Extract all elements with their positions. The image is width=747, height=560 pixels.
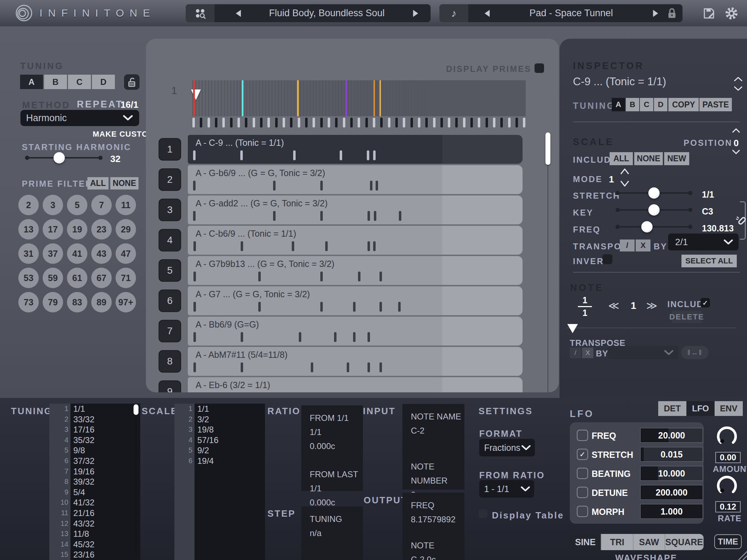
scale-row[interactable]: A - G7 ... (G = G, Tonic = 3/2) [188,286,523,315]
mode-stepper[interactable] [619,166,631,190]
scale-row-number[interactable]: 8 [159,350,181,373]
prime-filter-7[interactable]: 7 [91,195,112,215]
tuning-scrollbar-thumb[interactable] [134,404,138,415]
stretch-slider[interactable] [617,187,691,199]
position-up-button[interactable] [731,127,741,135]
tuning-tab-c[interactable]: C [68,75,91,89]
invert-checkbox[interactable] [603,254,612,264]
scale-row-number[interactable]: 2 [159,168,181,191]
transpose-by-dropdown[interactable]: 2/1 [668,234,739,250]
tuning-table-row[interactable]: 8 39/32 [49,477,140,487]
from-ratio-dropdown[interactable]: 1 - 1/1 [479,480,534,498]
sound-preset-button[interactable]: ♪ [439,4,468,22]
preset-browse-button[interactable] [186,4,215,22]
save-preset-button[interactable] [701,6,717,21]
prime-filter-53[interactable]: 53 [18,268,39,288]
prime-filter-89[interactable]: 89 [91,292,112,312]
unlink-button[interactable] [734,213,747,228]
repeat-value[interactable]: 16/1 [121,99,138,110]
lfo-tab-det[interactable]: DET [658,401,686,416]
primes-none-button[interactable]: NONE [110,177,138,189]
lfo-rate-value[interactable]: 0.12 [715,501,741,512]
note-prev-button[interactable]: ≪ [608,299,619,312]
prime-filter-31[interactable]: 31 [18,243,39,264]
lfo-stretch-field[interactable]: 0.015 [640,447,703,462]
scale-row[interactable]: A - G7b9b13 ... (G = G, Tonic = 3/2) [188,256,523,285]
scale-row[interactable]: A - C-b6/9 ... (Tonic = 1/1) [188,226,523,255]
scale-table-row[interactable]: 2 3/2 [174,414,265,425]
lfo-detune-checkbox[interactable] [577,487,588,498]
scale-row-number[interactable]: 4 [159,229,181,251]
note-reset-width-button[interactable]: ‖↔‖ [681,346,709,359]
tuning-table-row[interactable]: 12 43/32 [49,518,140,529]
lfo-stretch-checkbox[interactable]: ✓ [577,449,588,460]
prime-filter-37[interactable]: 37 [43,243,63,264]
preset-b-next-button[interactable] [649,7,661,19]
preset-a-prev-button[interactable] [232,7,244,19]
tuning-table-row[interactable]: 13 11/8 [49,529,140,539]
waveshape-tri-button[interactable]: TRI [601,534,633,550]
scale-scrollbar-track[interactable] [548,132,548,392]
preset-lock-button[interactable] [661,8,683,19]
tuning-tab-a[interactable]: A [20,75,43,89]
tuning-scrollbar-track[interactable] [136,415,136,556]
note-next-button[interactable]: ≫ [646,299,657,312]
prime-filter-19[interactable]: 19 [67,219,87,239]
settings-button[interactable] [723,5,740,22]
slider-knob[interactable] [54,152,65,163]
position-value[interactable]: 0 [734,138,739,149]
scale-row-number[interactable]: 7 [159,320,181,342]
tuning-table-row[interactable]: 2 33/32 [49,414,140,425]
harmonic-strip[interactable] [192,80,526,116]
inspector-tuning-tab-a[interactable]: A [612,98,625,111]
prime-filter-47[interactable]: 47 [116,243,136,264]
scale-row[interactable]: A - G-add2 ... (G = G, Tonic = 3/2) [188,195,523,224]
lfo-beating-field[interactable]: 10.000 [640,466,703,481]
preset-a-next-button[interactable] [409,7,421,19]
scale-scrollbar-thumb[interactable] [545,132,550,165]
note-fraction[interactable]: 1 1 [578,295,592,318]
scale-table-row[interactable]: 5 9/2 [174,445,265,456]
tuning-table-row[interactable]: 14 45/32 [49,539,140,550]
preset-b-name[interactable]: Pad - Space Tunnel [493,8,649,19]
scale-table-row[interactable]: 1 1/1 [174,404,265,414]
format-dropdown[interactable]: Fractions [479,439,535,456]
prime-filter-79[interactable]: 79 [43,292,63,312]
include-none-button[interactable]: NONE [634,152,663,165]
inspector-tuning-tab-b[interactable]: B [626,98,639,111]
position-down-button[interactable] [731,149,741,156]
waveshape-saw-button[interactable]: SAW [634,534,665,550]
strip-cursor-triangle[interactable] [191,89,201,100]
display-table-checkbox[interactable] [479,509,487,518]
tuning-table-row[interactable]: 11 21/16 [49,508,140,518]
scale-row-number[interactable]: 5 [159,259,181,282]
note-transpose-divide-button[interactable]: / [570,348,581,358]
prime-filter-2[interactable]: 2 [18,195,39,215]
lfo-beating-checkbox[interactable] [577,468,588,479]
lfo-freq-field[interactable]: 20.000 [640,428,703,443]
lfo-time-button[interactable]: TIME [714,534,742,549]
scale-table[interactable]: 1 1/1 2 3/2 3 19/8 4 57/16 5 9/2 6 19/4 [174,404,265,560]
scale-table-row[interactable]: 4 57/16 [174,435,265,446]
tuning-table-row[interactable]: 1 1/1 [49,404,140,414]
prime-filter-29[interactable]: 29 [116,219,136,239]
prime-filter-11[interactable]: 11 [116,195,136,215]
prime-filter-71[interactable]: 71 [116,268,136,288]
lfo-morph-field[interactable]: 1.000 [640,504,703,519]
prime-filter-3[interactable]: 3 [43,195,63,215]
repeat-button[interactable]: REPEAT [77,99,123,110]
lfo-amount-knob[interactable] [715,425,739,449]
mode-value[interactable]: 1 [609,174,614,185]
preset-a-name[interactable]: Fluid Body, Boundless Soul [244,8,409,19]
scale-row-number[interactable]: 3 [159,199,181,221]
tuning-tab-b[interactable]: B [44,75,67,89]
tuning-lock-button[interactable] [124,74,140,90]
scale-row[interactable]: A - C-9 ... (Tonic = 1/1) [188,135,523,164]
lfo-tab-env[interactable]: ENV [715,401,743,416]
slider-knob[interactable] [648,187,660,199]
prime-filter-59[interactable]: 59 [43,268,63,288]
tuning-table-row[interactable]: 3 17/16 [49,424,140,435]
note-transpose-multiply-button[interactable]: X [582,348,593,358]
include-new-button[interactable]: NEW [664,152,689,165]
prime-filter-43[interactable]: 43 [91,243,112,264]
